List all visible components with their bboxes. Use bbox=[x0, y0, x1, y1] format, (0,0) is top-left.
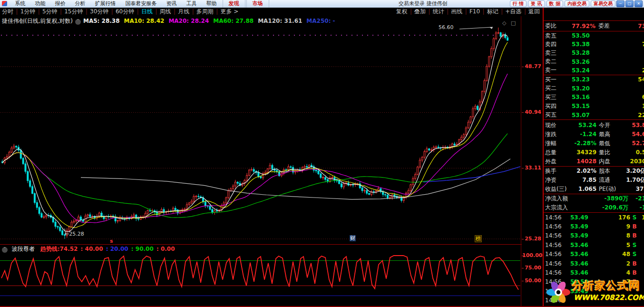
period-tab-9[interactable]: 多周期 bbox=[195, 8, 215, 16]
sell-order-row-3[interactable]: 卖二53.26 bbox=[544, 58, 644, 66]
quote-row-0: 现价53.24今开53.8 bbox=[544, 121, 644, 130]
chart-action-4[interactable]: F10 bbox=[468, 8, 482, 16]
flow-value: -1 bbox=[632, 204, 644, 211]
quote-label: 最低 bbox=[599, 139, 621, 148]
period-tab-3[interactable]: 15分钟 bbox=[62, 8, 85, 16]
sell-orders: 卖五53.50卖四53.387卖三53.28卖二53.26卖一53.242 bbox=[544, 31, 644, 75]
sell-order-row-4[interactable]: 卖一53.242 bbox=[544, 66, 644, 75]
maximize-icon[interactable]: □ bbox=[625, 0, 634, 7]
axis-tick bbox=[522, 239, 524, 239]
quote-value: 0.5 bbox=[624, 149, 644, 156]
pane-window-icon[interactable]: □ bbox=[511, 20, 516, 26]
candlestick-chart-canvas[interactable] bbox=[0, 16, 522, 244]
tick-row: 14:5653.499B bbox=[544, 222, 644, 231]
quote-label: 收益(三) bbox=[545, 185, 568, 193]
top-right-button-0[interactable]: 行 情 bbox=[510, 0, 527, 7]
order-price[interactable]: 53.38 bbox=[565, 41, 596, 48]
chart-action-1[interactable]: 叠加 bbox=[412, 8, 428, 16]
rank-marker[interactable]: 榜 bbox=[475, 235, 482, 242]
oscillator-canvas[interactable] bbox=[0, 254, 522, 307]
tick-row: 14:5653.4648S bbox=[544, 249, 644, 258]
ma-legend-5: MA250: - bbox=[306, 18, 335, 24]
chart-action-7[interactable]: 返回 bbox=[527, 8, 542, 16]
buy-order-row-3[interactable]: 买四53.151 bbox=[544, 102, 644, 111]
quote-label: 涨跌 bbox=[545, 130, 568, 139]
period-tab-7[interactable]: 周线 bbox=[158, 8, 173, 16]
chevron-down-icon[interactable]: ˅ bbox=[75, 19, 81, 25]
order-label: 卖二 bbox=[545, 58, 565, 66]
buy-order-row-1[interactable]: 买二53.20 bbox=[544, 84, 644, 93]
sell-order-row-1[interactable]: 卖四53.387 bbox=[544, 40, 644, 49]
period-tab-5[interactable]: 60分钟 bbox=[114, 8, 136, 16]
sell-order-row-0[interactable]: 卖五53.50 bbox=[544, 31, 644, 40]
menu-item-7[interactable]: 工具 bbox=[182, 0, 202, 8]
sell-order-row-2[interactable]: 卖三53.28 bbox=[544, 49, 644, 57]
period-tab-8[interactable]: 月线 bbox=[176, 8, 191, 16]
tick-time: 14:56 bbox=[545, 232, 565, 239]
period-tab-4[interactable]: 30分钟 bbox=[88, 8, 110, 16]
order-label: 卖四 bbox=[545, 40, 565, 49]
order-price[interactable]: 53.24 bbox=[565, 67, 596, 74]
quote-label: 涨幅 bbox=[545, 139, 568, 148]
tick-flag: B bbox=[630, 232, 639, 239]
quote-label: PE(动) bbox=[599, 185, 621, 193]
menu-item-3[interactable]: 分析 bbox=[70, 0, 90, 8]
news-marker[interactable]: 财 bbox=[350, 235, 356, 241]
menu-item-1[interactable]: 功能 bbox=[30, 0, 50, 8]
menu-hot-item-0[interactable]: 发现 bbox=[223, 0, 245, 8]
tick-time: 14:56 bbox=[545, 269, 565, 276]
tick-flag: B bbox=[630, 269, 639, 276]
menu-item-8[interactable]: 帮助 bbox=[202, 0, 222, 8]
order-price[interactable]: 53.26 bbox=[565, 59, 596, 65]
order-price[interactable]: 53.07 bbox=[565, 112, 596, 119]
close-icon[interactable]: ✕ bbox=[634, 0, 643, 7]
quote-value: 52.7 bbox=[624, 140, 644, 147]
indicator-header: ˅ 波段尊者 趋势线:74.52 : 40.00 : 20.00 : 90.00… bbox=[0, 244, 522, 254]
quote-label: 股本 bbox=[599, 167, 621, 175]
chart-action-3[interactable]: 画线 bbox=[449, 8, 464, 16]
chart-action-2[interactable]: 统计 bbox=[431, 8, 446, 16]
order-price[interactable]: 53.50 bbox=[565, 32, 596, 39]
minimize-icon[interactable]: ─ bbox=[616, 0, 624, 7]
period-tab-2[interactable]: 5分钟 bbox=[40, 8, 59, 16]
menu-item-5[interactable]: 国泰君安服务 bbox=[121, 0, 162, 8]
menu-item-4[interactable]: 扩展行情 bbox=[90, 0, 121, 8]
order-price[interactable]: 53.23 bbox=[565, 76, 596, 83]
top-right-button-4[interactable]: 富易交易 bbox=[591, 0, 615, 7]
order-price[interactable]: 53.16 bbox=[565, 94, 596, 100]
period-tab-1[interactable]: 1分钟 bbox=[19, 8, 38, 16]
chevron-down-icon[interactable]: ˅ bbox=[2, 247, 8, 253]
ma-legend-2: MA20: 28.24 bbox=[168, 18, 209, 24]
chart-action-0[interactable]: 复权 bbox=[394, 8, 409, 16]
chart-action-6[interactable]: +自选 bbox=[503, 8, 523, 16]
period-tab-10[interactable]: 更多 > bbox=[218, 8, 240, 16]
period-tab-6[interactable]: 日线 bbox=[139, 8, 155, 16]
weibi-value: 77.92% bbox=[565, 23, 595, 30]
period-tab-0[interactable]: 分时 bbox=[0, 8, 15, 16]
order-label: 买一 bbox=[545, 76, 565, 84]
buy-order-row-4[interactable]: 买五53.0722 bbox=[544, 110, 644, 119]
top-right-button-3[interactable]: 内嵌交易 bbox=[565, 0, 589, 7]
chart-header: 捷佳伟创(日线,前复权,对数)˅MA5: 28.38MA10: 28.42MA2… bbox=[2, 17, 340, 25]
order-price[interactable]: 53.20 bbox=[565, 85, 596, 92]
main-chart-pane[interactable]: 捷佳伟创(日线,前复权,对数)˅MA5: 28.38MA10: 28.42MA2… bbox=[0, 16, 522, 244]
quote-label: 现价 bbox=[545, 121, 568, 129]
tick-row: 14:5653.464B bbox=[544, 268, 644, 277]
menu-item-2[interactable]: 报价 bbox=[50, 0, 70, 8]
high-price-annotation: 56.60 bbox=[439, 24, 454, 30]
quote-value: -2.28% bbox=[568, 140, 596, 147]
order-price[interactable]: 53.28 bbox=[565, 50, 596, 56]
order-price[interactable]: 53.15 bbox=[565, 103, 596, 109]
toolbar-separator: │ bbox=[409, 9, 412, 15]
menu-hot-item-1[interactable]: 市场 bbox=[246, 0, 269, 8]
chart-action-5[interactable]: 标记 bbox=[485, 8, 500, 16]
stock-name: 捷佳伟创 bbox=[595, 10, 622, 18]
menu-item-0[interactable]: 系统 bbox=[10, 0, 30, 8]
tick-volume: 9 bbox=[594, 223, 630, 230]
buy-order-row-2[interactable]: 买三53.166 bbox=[544, 93, 644, 102]
buy-order-row-0[interactable]: 买一53.2354 bbox=[544, 75, 644, 84]
menu-item-6[interactable]: 资讯 bbox=[162, 0, 182, 8]
top-right-button-2[interactable]: 数 据 bbox=[546, 0, 563, 7]
top-right-button-1[interactable]: 资 讯 bbox=[528, 0, 545, 7]
diamond-icon[interactable]: ◇ bbox=[502, 20, 506, 26]
